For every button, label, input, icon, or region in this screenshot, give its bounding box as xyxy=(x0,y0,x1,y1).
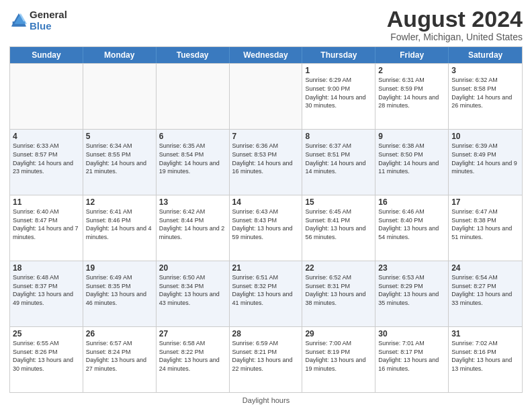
day-number: 12 xyxy=(86,197,153,207)
day-number: 16 xyxy=(378,197,445,207)
calendar-cell: 6Sunrise: 6:35 AM Sunset: 8:54 PM Daylig… xyxy=(157,130,230,195)
calendar-header-cell: Wednesday xyxy=(230,47,303,63)
day-info: Sunrise: 6:48 AM Sunset: 8:37 PM Dayligh… xyxy=(13,273,80,307)
day-number: 11 xyxy=(13,197,80,207)
day-number: 18 xyxy=(13,263,80,273)
day-info: Sunrise: 6:45 AM Sunset: 8:41 PM Dayligh… xyxy=(305,208,372,241)
day-info: Sunrise: 6:36 AM Sunset: 8:53 PM Dayligh… xyxy=(232,142,300,175)
day-info: Sunrise: 6:37 AM Sunset: 8:51 PM Dayligh… xyxy=(305,142,372,175)
subtitle: Fowler, Michigan, United States xyxy=(387,32,523,42)
day-number: 13 xyxy=(159,197,226,207)
calendar-header-cell: Monday xyxy=(83,47,157,63)
day-number: 29 xyxy=(305,329,372,338)
day-info: Sunrise: 6:43 AM Sunset: 8:43 PM Dayligh… xyxy=(232,208,300,241)
day-number: 6 xyxy=(159,132,226,141)
calendar-cell: 7Sunrise: 6:36 AM Sunset: 8:53 PM Daylig… xyxy=(230,130,303,195)
calendar-week: 18Sunrise: 6:48 AM Sunset: 8:37 PM Dayli… xyxy=(10,261,522,326)
title-block: August 2024 Fowler, Michigan, United Sta… xyxy=(387,7,523,42)
calendar-cell: 21Sunrise: 6:51 AM Sunset: 8:32 PM Dayli… xyxy=(230,261,303,326)
day-info: Sunrise: 6:38 AM Sunset: 8:50 PM Dayligh… xyxy=(378,142,445,175)
calendar-cell: 17Sunrise: 6:47 AM Sunset: 8:38 PM Dayli… xyxy=(449,195,522,261)
calendar-header-cell: Friday xyxy=(375,47,449,63)
logo-text: General Blue xyxy=(30,9,67,32)
calendar-week: 4Sunrise: 6:33 AM Sunset: 8:57 PM Daylig… xyxy=(10,129,522,195)
day-number: 25 xyxy=(13,329,80,338)
calendar-header-cell: Sunday xyxy=(10,47,83,63)
day-info: Sunrise: 6:40 AM Sunset: 8:47 PM Dayligh… xyxy=(13,208,80,241)
day-number: 20 xyxy=(159,263,226,273)
day-number: 5 xyxy=(86,132,153,141)
calendar-cell: 31Sunrise: 7:02 AM Sunset: 8:16 PM Dayli… xyxy=(449,327,522,392)
day-number: 1 xyxy=(305,66,372,75)
day-number: 19 xyxy=(86,263,153,273)
day-info: Sunrise: 6:32 AM Sunset: 8:58 PM Dayligh… xyxy=(451,76,519,109)
calendar-cell: 4Sunrise: 6:33 AM Sunset: 8:57 PM Daylig… xyxy=(10,130,83,195)
calendar-cell: 24Sunrise: 6:54 AM Sunset: 8:27 PM Dayli… xyxy=(449,261,522,326)
calendar-header-cell: Saturday xyxy=(449,47,522,63)
calendar-cell: 11Sunrise: 6:40 AM Sunset: 8:47 PM Dayli… xyxy=(10,195,83,261)
calendar-cell: 27Sunrise: 6:58 AM Sunset: 8:22 PM Dayli… xyxy=(157,327,230,392)
day-number: 26 xyxy=(86,329,153,338)
calendar-cell: 20Sunrise: 6:50 AM Sunset: 8:34 PM Dayli… xyxy=(157,261,230,326)
calendar-week: 25Sunrise: 6:55 AM Sunset: 8:26 PM Dayli… xyxy=(10,326,522,392)
logo: General Blue xyxy=(9,9,67,32)
calendar-cell: 30Sunrise: 7:01 AM Sunset: 8:17 PM Dayli… xyxy=(375,327,449,392)
logo-icon xyxy=(9,11,28,30)
day-info: Sunrise: 6:39 AM Sunset: 8:49 PM Dayligh… xyxy=(451,142,519,175)
calendar-week: 1Sunrise: 6:29 AM Sunset: 9:00 PM Daylig… xyxy=(10,63,522,129)
day-number: 22 xyxy=(305,263,372,273)
day-number: 4 xyxy=(13,132,80,141)
calendar-week: 11Sunrise: 6:40 AM Sunset: 8:47 PM Dayli… xyxy=(10,195,522,261)
day-number: 15 xyxy=(305,197,372,207)
calendar-cell xyxy=(83,64,157,129)
header: General Blue August 2024 Fowler, Michiga… xyxy=(9,7,523,42)
calendar-header-cell: Thursday xyxy=(302,47,375,63)
day-number: 10 xyxy=(451,132,519,141)
day-info: Sunrise: 6:35 AM Sunset: 8:54 PM Dayligh… xyxy=(159,142,226,175)
logo-blue: Blue xyxy=(30,21,67,32)
day-info: Sunrise: 7:00 AM Sunset: 8:19 PM Dayligh… xyxy=(305,339,372,373)
day-number: 21 xyxy=(232,263,300,273)
calendar-cell: 28Sunrise: 6:59 AM Sunset: 8:21 PM Dayli… xyxy=(230,327,303,392)
day-info: Sunrise: 6:31 AM Sunset: 8:59 PM Dayligh… xyxy=(378,76,445,109)
day-number: 17 xyxy=(451,197,519,207)
day-info: Sunrise: 6:51 AM Sunset: 8:32 PM Dayligh… xyxy=(232,273,300,307)
calendar-cell: 5Sunrise: 6:34 AM Sunset: 8:55 PM Daylig… xyxy=(83,130,157,195)
day-number: 7 xyxy=(232,132,300,141)
calendar-cell xyxy=(10,64,83,129)
logo-general: General xyxy=(30,9,67,21)
calendar-cell: 19Sunrise: 6:49 AM Sunset: 8:35 PM Dayli… xyxy=(83,261,157,326)
calendar-cell: 29Sunrise: 7:00 AM Sunset: 8:19 PM Dayli… xyxy=(302,327,375,392)
calendar-cell: 2Sunrise: 6:31 AM Sunset: 8:59 PM Daylig… xyxy=(375,64,449,129)
calendar-cell: 10Sunrise: 6:39 AM Sunset: 8:49 PM Dayli… xyxy=(449,130,522,195)
day-info: Sunrise: 6:34 AM Sunset: 8:55 PM Dayligh… xyxy=(86,142,153,175)
calendar: SundayMondayTuesdayWednesdayThursdayFrid… xyxy=(9,46,523,393)
day-info: Sunrise: 6:59 AM Sunset: 8:21 PM Dayligh… xyxy=(232,339,300,373)
calendar-cell xyxy=(230,64,303,129)
day-info: Sunrise: 6:33 AM Sunset: 8:57 PM Dayligh… xyxy=(13,142,80,175)
calendar-cell xyxy=(157,64,230,129)
day-info: Sunrise: 6:29 AM Sunset: 9:00 PM Dayligh… xyxy=(305,76,372,109)
day-number: 23 xyxy=(378,263,445,273)
calendar-cell: 18Sunrise: 6:48 AM Sunset: 8:37 PM Dayli… xyxy=(10,261,83,326)
calendar-cell: 22Sunrise: 6:52 AM Sunset: 8:31 PM Dayli… xyxy=(302,261,375,326)
day-info: Sunrise: 6:58 AM Sunset: 8:22 PM Dayligh… xyxy=(159,339,226,373)
day-number: 27 xyxy=(159,329,226,338)
calendar-cell: 13Sunrise: 6:42 AM Sunset: 8:44 PM Dayli… xyxy=(157,195,230,261)
calendar-cell: 3Sunrise: 6:32 AM Sunset: 8:58 PM Daylig… xyxy=(449,64,522,129)
day-number: 14 xyxy=(232,197,300,207)
day-info: Sunrise: 6:50 AM Sunset: 8:34 PM Dayligh… xyxy=(159,273,226,307)
day-info: Sunrise: 6:55 AM Sunset: 8:26 PM Dayligh… xyxy=(13,339,80,373)
day-info: Sunrise: 6:47 AM Sunset: 8:38 PM Dayligh… xyxy=(451,208,519,241)
day-info: Sunrise: 7:02 AM Sunset: 8:16 PM Dayligh… xyxy=(451,339,519,373)
day-number: 24 xyxy=(451,263,519,273)
calendar-cell: 14Sunrise: 6:43 AM Sunset: 8:43 PM Dayli… xyxy=(230,195,303,261)
footer: Daylight hours xyxy=(9,396,523,404)
day-number: 30 xyxy=(378,329,445,338)
day-info: Sunrise: 6:42 AM Sunset: 8:44 PM Dayligh… xyxy=(159,208,226,241)
day-number: 2 xyxy=(378,66,445,75)
calendar-cell: 9Sunrise: 6:38 AM Sunset: 8:50 PM Daylig… xyxy=(375,130,449,195)
day-number: 3 xyxy=(451,66,519,75)
day-info: Sunrise: 6:46 AM Sunset: 8:40 PM Dayligh… xyxy=(378,208,445,241)
calendar-cell: 8Sunrise: 6:37 AM Sunset: 8:51 PM Daylig… xyxy=(302,130,375,195)
